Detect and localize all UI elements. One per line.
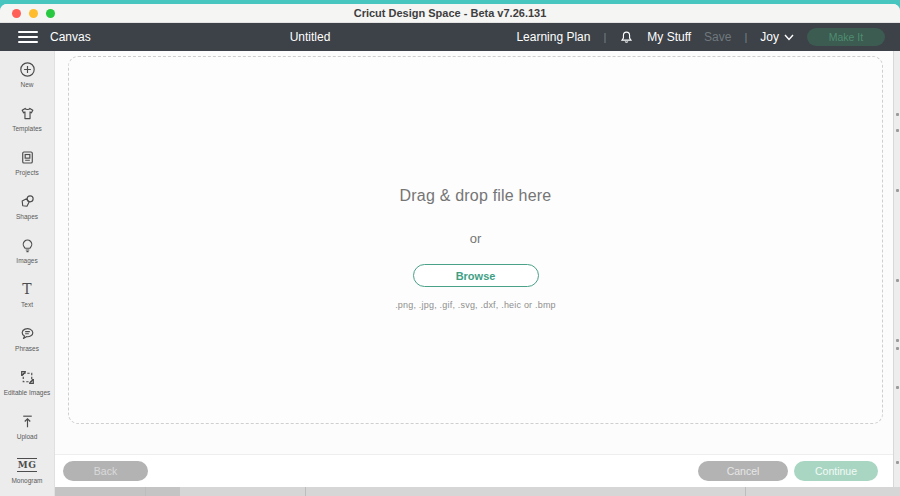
titlebar: Cricut Design Space - Beta v7.26.131 xyxy=(0,4,900,23)
document-title[interactable]: Untitled xyxy=(265,30,355,44)
sidebar-item-shapes[interactable]: Shapes xyxy=(0,189,54,233)
sidebar-item-new[interactable]: New xyxy=(0,57,54,101)
sidebar-item-editable-images[interactable]: Editable Images xyxy=(0,365,54,409)
text-t-icon: T xyxy=(22,280,31,298)
sidebar-item-upload[interactable]: Upload xyxy=(0,409,54,453)
dropzone-text: Drag & drop file here xyxy=(69,187,882,205)
left-sidebar: New Templates Projects xyxy=(0,51,55,496)
file-dropzone[interactable]: Drag & drop file here or Browse .png, .j… xyxy=(68,56,883,424)
footer-bar: Back Cancel Continue xyxy=(55,454,900,487)
browse-button[interactable]: Browse xyxy=(413,264,539,287)
dropzone-or-text: or xyxy=(69,231,882,246)
editable-frame-icon xyxy=(19,368,36,386)
upload-arrow-icon xyxy=(19,412,36,430)
user-menu[interactable]: Joy xyxy=(760,30,794,44)
sidebar-item-templates[interactable]: Templates xyxy=(0,101,54,145)
sidebar-item-monogram[interactable]: MG Monogram xyxy=(0,453,54,496)
continue-button[interactable]: Continue xyxy=(794,461,878,481)
accepted-formats-text: .png, .jpg, .gif, .svg, .dxf, .heic or .… xyxy=(69,300,882,310)
save-button[interactable]: Save xyxy=(704,30,731,44)
my-stuff-link[interactable]: My Stuff xyxy=(647,30,691,44)
chevron-down-icon xyxy=(784,34,794,41)
bell-icon[interactable] xyxy=(619,30,634,45)
tshirt-icon xyxy=(19,104,36,122)
projects-icon xyxy=(19,148,36,166)
shapes-icon xyxy=(19,192,36,210)
top-navbar: Canvas Untitled Learning Plan | My Stuff… xyxy=(0,23,900,51)
upload-panel: Drag & drop file here or Browse .png, .j… xyxy=(55,51,900,496)
sidebar-item-phrases[interactable]: Phrases xyxy=(0,321,54,365)
hamburger-menu-icon[interactable] xyxy=(18,31,38,43)
right-edge-artifact xyxy=(893,51,900,487)
back-button[interactable]: Back xyxy=(63,461,148,481)
new-plus-icon xyxy=(19,60,36,78)
cancel-button[interactable]: Cancel xyxy=(698,461,788,481)
sidebar-item-text[interactable]: T Text xyxy=(0,277,54,321)
speech-bubble-icon xyxy=(19,324,36,342)
learning-plan-link[interactable]: Learning Plan xyxy=(516,30,590,44)
window-bottom-edge xyxy=(55,487,900,496)
user-name: Joy xyxy=(760,30,779,44)
sidebar-item-images[interactable]: Images xyxy=(0,233,54,277)
make-it-button[interactable]: Make It xyxy=(807,28,885,46)
canvas-label[interactable]: Canvas xyxy=(50,30,91,44)
app-window: Cricut Design Space - Beta v7.26.131 Can… xyxy=(0,4,900,496)
navbar-separator: | xyxy=(744,31,747,43)
lightbulb-icon xyxy=(19,236,36,254)
sidebar-item-projects[interactable]: Projects xyxy=(0,145,54,189)
window-title: Cricut Design Space - Beta v7.26.131 xyxy=(0,7,900,19)
monogram-icon: MG xyxy=(17,456,38,474)
navbar-separator: | xyxy=(603,31,606,43)
